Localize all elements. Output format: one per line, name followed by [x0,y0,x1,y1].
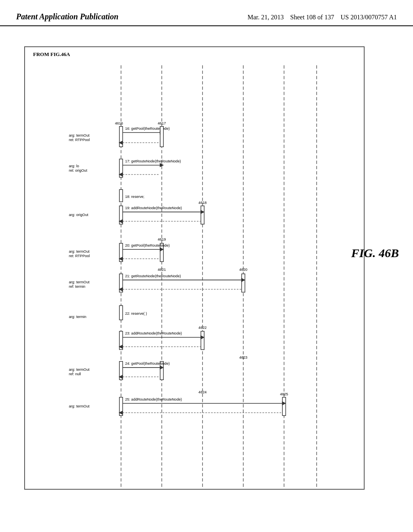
figure-label: FIG. 46B [351,246,399,260]
svg-text:17: getRouteNode(theRouteNode): 17: getRouteNode(theRouteNode) [125,159,181,163]
svg-text:4625: 4625 [280,392,288,396]
publication-title: Patent Application Publication [16,12,119,21]
svg-text:22: reserve( ): 22: reserve( ) [125,312,147,316]
svg-text:4622: 4622 [198,326,206,330]
svg-text:21: getRouteNode(theRouteNode): 21: getRouteNode(theRouteNode) [125,274,181,278]
svg-text:ref: termin: ref: termin [69,285,86,289]
svg-text:arg: termOut: arg: termOut [69,133,90,137]
svg-rect-34 [119,189,123,202]
svg-text:4624: 4624 [198,390,206,394]
svg-text:ref: null: ref: null [69,372,81,376]
svg-text:18: reserve;: 18: reserve; [125,195,144,199]
svg-text:4617: 4617 [158,121,166,125]
patent-number: US 2013/0070757 A1 [340,14,397,21]
svg-text:4619: 4619 [158,237,166,241]
svg-rect-27 [160,127,163,147]
svg-rect-37 [201,206,204,224]
svg-text:ret: RTPPool: ret: RTPPool [69,254,90,258]
svg-text:arg: termOut: arg: termOut [69,249,90,254]
svg-text:24: getPool(theRouteNode): 24: getPool(theRouteNode) [125,362,170,366]
svg-text:arg: lo: arg: lo [69,164,79,168]
svg-text:4621: 4621 [158,268,166,272]
svg-rect-61 [119,305,123,320]
svg-text:23: addRouteNode(theRouteNode): 23: addRouteNode(theRouteNode) [125,331,182,335]
svg-text:4620: 4620 [239,268,247,272]
svg-rect-54 [242,274,245,292]
from-label: FROM FIG.46A [33,51,70,58]
svg-rect-65 [201,331,204,349]
sequence-diagram: arg: termOut ret: RTPPool arg: lo ret: o… [29,61,360,489]
svg-text:4623: 4623 [239,355,247,360]
svg-rect-82 [282,397,286,416]
svg-text:25: addRouteNode(theRouteNode): 25: addRouteNode(theRouteNode) [125,397,182,401]
svg-text:4616: 4616 [115,121,123,125]
svg-text:ret: origOut: ret: origOut [69,168,88,172]
svg-text:19: addRouteNode(theRouteNode): 19: addRouteNode(theRouteNode) [125,206,182,210]
svg-text:ret: RTPPool: ret: RTPPool [69,138,90,142]
page-header: Patent Application Publication Mar. 21, … [0,0,413,26]
publication-info: Mar. 21, 2013 Sheet 108 of 137 US 2013/0… [248,14,397,21]
svg-text:4618: 4618 [198,201,206,205]
svg-text:arg: origOut: arg: origOut [69,213,88,217]
svg-text:arg: termOut: arg: termOut [69,368,90,372]
svg-text:arg: termin: arg: termin [69,315,86,319]
sheet-info: Sheet 108 of 137 [290,14,334,21]
svg-text:20: getPool(theRouteNode): 20: getPool(theRouteNode) [125,243,170,247]
main-content: FROM FIG.46A arg: termOut ret: RTPPool a… [0,26,413,526]
pub-date: Mar. 21, 2013 [248,14,284,21]
svg-text:arg: termOut: arg: termOut [69,404,90,408]
svg-text:arg: termOut: arg: termOut [69,280,90,284]
